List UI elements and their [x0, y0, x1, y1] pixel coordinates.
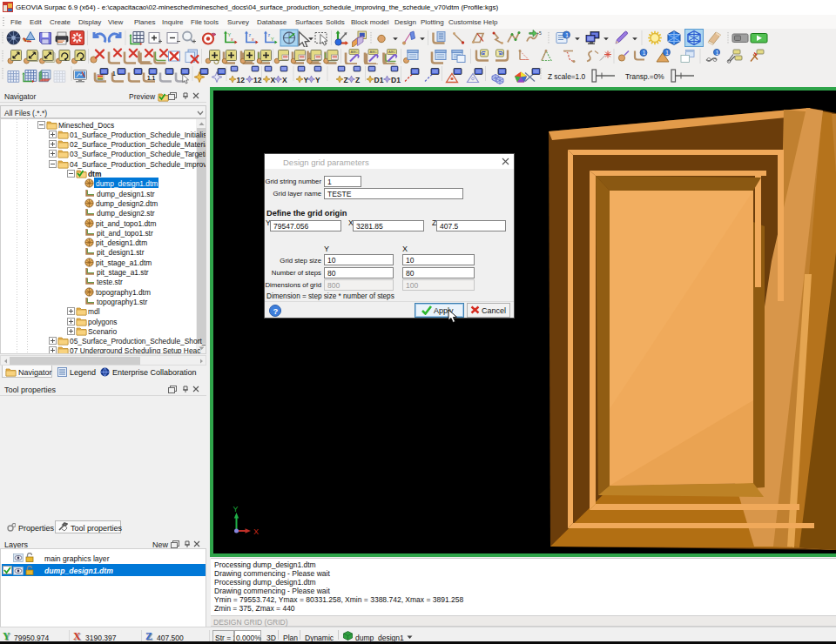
- svg-text:Y: Y: [233, 505, 239, 513]
- svg-text:12: 12: [253, 76, 262, 84]
- svg-text:?: ?: [273, 306, 279, 316]
- svg-text:Y: Y: [271, 37, 274, 42]
- svg-text:1: 1: [665, 50, 669, 56]
- svg-text:1: 1: [716, 50, 719, 56]
- svg-text:1: 1: [643, 50, 646, 56]
- svg-text:X: X: [253, 527, 259, 536]
- svg-text:D1: D1: [391, 76, 401, 84]
- svg-text:1: 1: [565, 32, 569, 38]
- svg-text:1: 1: [112, 70, 116, 77]
- svg-text:X: X: [282, 76, 287, 84]
- svg-text:D1: D1: [374, 76, 384, 84]
- svg-text:12: 12: [237, 76, 246, 84]
- svg-text:ABC: ABC: [351, 50, 358, 54]
- svg-text:Y: Y: [315, 76, 320, 84]
- svg-text:+5: +5: [536, 30, 542, 36]
- svg-text:Z scale=1.0: Z scale=1.0: [548, 72, 586, 81]
- svg-text:Z: Z: [344, 76, 348, 84]
- svg-text:X: X: [271, 76, 276, 84]
- svg-text:ABC: ABC: [388, 50, 395, 54]
- svg-text:Transp.=0%: Transp.=0%: [625, 72, 664, 81]
- svg-text:1.1: 1.1: [147, 75, 155, 81]
- svg-text:Z: Z: [355, 76, 360, 84]
- svg-text:Y: Y: [304, 76, 309, 84]
- svg-text:x: x: [252, 37, 254, 42]
- svg-text:x: x: [231, 37, 233, 42]
- svg-text:ABC: ABC: [370, 50, 377, 54]
